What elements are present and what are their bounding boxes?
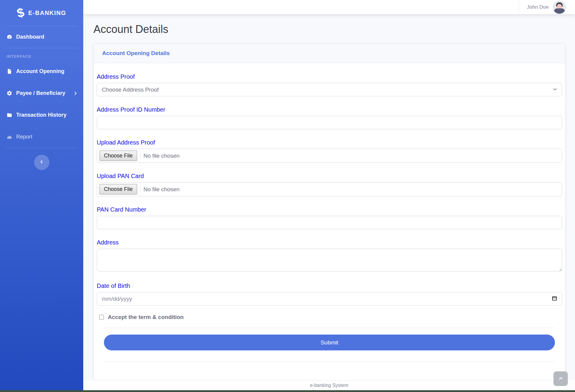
upload-address-proof-group: Upload Address Proof Choose File No file… (97, 139, 562, 163)
sidebar-item-dashboard[interactable]: Dashboard (0, 26, 83, 48)
file-status-text: No file chosen (140, 153, 179, 159)
folder-icon (7, 112, 12, 118)
upload-address-proof-file-input[interactable]: Choose File No file chosen (97, 149, 562, 163)
address-proof-select[interactable]: Choose Address Proof (97, 83, 562, 96)
file-icon (7, 69, 12, 74)
sidebar: $ E-BANKING Dashboard INTERFACE Account … (0, 0, 83, 390)
brand-name: E-BANKING (28, 10, 66, 16)
pan-card-number-label: PAN Card Number (97, 206, 562, 213)
sidebar-item-transaction-history[interactable]: Transaction History (0, 104, 83, 126)
address-proof-label: Address Proof (97, 73, 562, 80)
date-of-birth-input[interactable] (97, 292, 562, 306)
main-content: Account Details Account Opening Details … (83, 14, 575, 380)
sidebar-item-report[interactable]: Report (0, 126, 83, 148)
sidebar-item-account-opening[interactable]: Account Openning (0, 60, 83, 82)
dollar-icon: $ (16, 6, 25, 20)
terms-label: Accept the term & condition (108, 314, 184, 320)
upload-pan-card-label: Upload PAN Card (97, 173, 562, 180)
account-opening-card: Account Opening Details Address Proof Ch… (93, 43, 565, 380)
address-proof-id-input[interactable] (97, 116, 562, 129)
card-header: Account Opening Details (94, 44, 565, 63)
footer-text: e-banking System (310, 383, 348, 388)
form-divider (104, 328, 555, 328)
topbar-divider (519, 1, 519, 13)
submit-button[interactable]: Submit (104, 335, 555, 350)
avatar-shirt (554, 8, 565, 14)
address-group: Address (97, 239, 562, 273)
date-of-birth-group: Date of Birth (97, 282, 562, 306)
date-of-birth-label: Date of Birth (97, 282, 562, 289)
upload-address-proof-label: Upload Address Proof (97, 139, 562, 146)
pan-card-number-input[interactable] (97, 216, 562, 229)
user-name: John Doe (527, 4, 549, 10)
footer: e-banking System (83, 380, 575, 390)
file-status-text: No file chosen (140, 186, 179, 193)
address-proof-id-label: Address Proof ID Number (97, 106, 562, 113)
upload-pan-card-group: Upload PAN Card Choose File No file chos… (97, 173, 562, 196)
sidebar-collapse-button[interactable] (34, 155, 49, 170)
sidebar-item-label: Dashboard (16, 34, 44, 40)
area-chart-icon (7, 134, 12, 140)
pan-card-number-group: PAN Card Number (97, 206, 562, 229)
brand-link[interactable]: $ E-BANKING (0, 0, 83, 26)
sidebar-item-label: Account Openning (16, 68, 64, 75)
address-label: Address (97, 239, 562, 246)
upload-pan-card-file-input[interactable]: Choose File No file chosen (97, 182, 562, 196)
sidebar-section-heading: INTERFACE (0, 48, 83, 60)
chevron-left-icon (39, 159, 44, 165)
gear-icon (7, 90, 12, 96)
app-window: $ E-BANKING Dashboard INTERFACE Account … (0, 0, 575, 392)
address-proof-group: Address Proof Choose Address Proof (97, 73, 562, 96)
user-avatar[interactable] (553, 1, 566, 14)
sidebar-item-payee-beneficiary[interactable]: Payee / Beneficiary (0, 82, 83, 104)
sidebar-item-label: Report (16, 134, 32, 140)
address-textarea[interactable] (97, 249, 562, 271)
bottom-edge-strip (0, 390, 575, 392)
scroll-to-top-button[interactable] (553, 371, 568, 386)
account-opening-form: Address Proof Choose Address Proof Addre… (94, 63, 565, 380)
tachometer-icon (7, 34, 12, 40)
choose-file-button[interactable]: Choose File (99, 184, 137, 195)
card-header-title: Account Opening Details (102, 50, 170, 56)
sidebar-item-label: Transaction History (16, 112, 66, 118)
chevron-right-icon (73, 91, 78, 96)
page-title: Account Details (93, 23, 565, 36)
choose-file-button[interactable]: Choose File (99, 151, 137, 161)
terms-row: Accept the term & condition (99, 314, 562, 320)
address-proof-id-group: Address Proof ID Number (97, 106, 562, 129)
topbar: John Doe (83, 0, 575, 14)
terms-checkbox[interactable] (99, 315, 104, 320)
sidebar-item-label: Payee / Beneficiary (16, 90, 65, 96)
chevron-up-icon (559, 376, 563, 382)
